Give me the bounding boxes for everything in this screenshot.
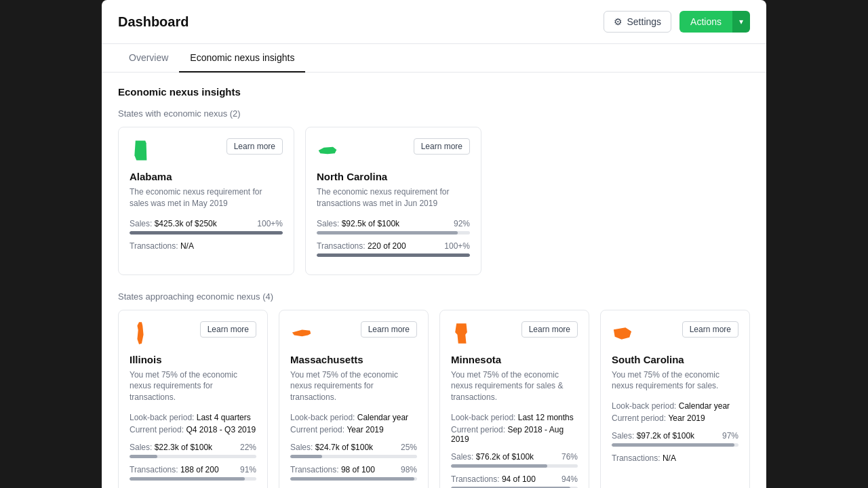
main-content: Economic nexus insights States with econ… bbox=[102, 73, 766, 488]
current-period-massachusetts: Current period: Year 2019 bbox=[290, 425, 417, 434]
header: Dashboard ⚙ Settings Actions ▾ bbox=[102, 0, 766, 44]
transactions-pct-massachusetts: 98% bbox=[401, 465, 417, 474]
transactions-label-minnesota: Transactions: 94 of 100 bbox=[451, 474, 536, 484]
sales-label-illinois: Sales: $22.3k of $100k bbox=[130, 443, 212, 452]
state-desc-sc: You met 75% of the economic nexus requir… bbox=[612, 369, 738, 392]
sales-pct-alabama: 100+% bbox=[257, 219, 283, 228]
card-header-minnesota: Learn more bbox=[451, 321, 578, 346]
current-period-illinois: Current period: Q4 2018 - Q3 2019 bbox=[130, 425, 256, 434]
approaching-states-row: Learn more Illinois You met 75% of the e… bbox=[118, 310, 750, 488]
sales-row-nc: Sales: $92.5k of $100k 92% bbox=[317, 219, 470, 228]
massachusetts-state-icon bbox=[290, 321, 312, 346]
transactions-label-alabama: Transactions: N/A bbox=[130, 241, 194, 251]
state-desc-nc: The economic nexus requirement for trans… bbox=[317, 186, 470, 209]
card-header-massachusetts: Learn more bbox=[290, 321, 417, 346]
chevron-down-icon: ▾ bbox=[739, 17, 743, 26]
transactions-pct-illinois: 91% bbox=[240, 465, 256, 474]
sales-progress-minnesota bbox=[451, 464, 578, 468]
tab-overview[interactable]: Overview bbox=[118, 44, 179, 73]
transactions-progress-massachusetts bbox=[290, 477, 417, 481]
card-header-nc: Learn more bbox=[317, 138, 470, 163]
nc-state-icon bbox=[317, 138, 338, 163]
lookback-massachusetts: Look-back period: Calendar year bbox=[290, 413, 417, 422]
sales-progress-nc bbox=[317, 231, 470, 235]
learn-more-illinois[interactable]: Learn more bbox=[200, 321, 256, 338]
learn-more-alabama[interactable]: Learn more bbox=[226, 138, 283, 155]
state-card-south-carolina: Learn more South Carolina You met 75% of… bbox=[600, 310, 750, 488]
sales-row-massachusetts: Sales: $24.7k of $100k 25% bbox=[290, 443, 417, 452]
card-header-sc: Learn more bbox=[612, 321, 738, 346]
approaching-states-label: States approaching economic nexus (4) bbox=[118, 291, 750, 302]
met-states-row: Learn more Alabama The economic nexus re… bbox=[118, 127, 750, 275]
sales-pct-minnesota: 76% bbox=[561, 452, 578, 462]
transactions-row-minnesota: Transactions: 94 of 100 94% bbox=[451, 474, 578, 484]
sc-state-icon bbox=[612, 321, 633, 346]
gear-icon: ⚙ bbox=[614, 16, 623, 27]
transactions-row-alabama: Transactions: N/A bbox=[130, 241, 283, 251]
sales-row-sc: Sales: $97.2k of $100k 97% bbox=[612, 431, 738, 441]
transactions-row-sc: Transactions: N/A bbox=[612, 453, 738, 463]
state-name-alabama: Alabama bbox=[130, 171, 283, 182]
section-title: Economic nexus insights bbox=[118, 86, 750, 98]
state-name-minnesota: Minnesota bbox=[451, 354, 578, 365]
settings-button[interactable]: ⚙ Settings bbox=[604, 11, 671, 33]
transactions-label-illinois: Transactions: 188 of 200 bbox=[130, 465, 219, 474]
transactions-label-sc: Transactions: N/A bbox=[612, 453, 676, 463]
alabama-state-icon bbox=[130, 138, 151, 163]
current-period-sc: Current period: Year 2019 bbox=[612, 413, 738, 423]
state-name-massachusetts: Massachusetts bbox=[290, 354, 417, 365]
state-name-nc: North Carolina bbox=[317, 171, 470, 182]
sales-label-nc: Sales: $92.5k of $100k bbox=[317, 219, 399, 228]
sales-label-alabama: Sales: $425.3k of $250k bbox=[130, 219, 217, 228]
state-desc-minnesota: You met 75% of the economic nexus requir… bbox=[451, 369, 578, 403]
sales-pct-illinois: 22% bbox=[240, 443, 256, 452]
transactions-progress-illinois bbox=[130, 477, 256, 481]
lookback-sc: Look-back period: Calendar year bbox=[612, 401, 738, 411]
transactions-row-illinois: Transactions: 188 of 200 91% bbox=[130, 465, 256, 474]
transactions-label-massachusetts: Transactions: 98 of 100 bbox=[290, 465, 375, 474]
lookback-illinois: Look-back period: Last 4 quarters bbox=[130, 413, 256, 422]
state-desc-illinois: You met 75% of the economic nexus requir… bbox=[130, 369, 256, 403]
sales-row-alabama: Sales: $425.3k of $250k 100+% bbox=[130, 219, 283, 228]
state-card-minnesota: Learn more Minnesota You met 75% of the … bbox=[439, 310, 589, 488]
tabs-bar: Overview Economic nexus insights bbox=[102, 44, 766, 73]
header-actions: ⚙ Settings Actions ▾ bbox=[604, 11, 750, 33]
tab-economic-nexus-insights[interactable]: Economic nexus insights bbox=[179, 44, 305, 73]
state-desc-massachusetts: You met 75% of the economic nexus requir… bbox=[290, 369, 417, 403]
learn-more-minnesota[interactable]: Learn more bbox=[521, 321, 578, 338]
sales-pct-nc: 92% bbox=[454, 219, 470, 228]
state-card-massachusetts: Learn more Massachusetts You met 75% of … bbox=[279, 310, 429, 488]
transactions-row-nc: Transactions: 220 of 200 100+% bbox=[317, 241, 470, 251]
transactions-pct-minnesota: 94% bbox=[561, 474, 578, 484]
transactions-progress-nc bbox=[317, 253, 470, 257]
sales-progress-alabama bbox=[130, 231, 283, 235]
transactions-pct-nc: 100+% bbox=[444, 241, 470, 251]
sales-label-massachusetts: Sales: $24.7k of $100k bbox=[290, 443, 373, 452]
actions-main-button[interactable]: Actions bbox=[679, 11, 732, 33]
state-card-illinois: Learn more Illinois You met 75% of the e… bbox=[118, 310, 268, 488]
learn-more-massachusetts[interactable]: Learn more bbox=[361, 321, 417, 338]
illinois-state-icon bbox=[130, 321, 151, 346]
actions-dropdown-button[interactable]: ▾ bbox=[732, 11, 750, 33]
card-header-alabama: Learn more bbox=[130, 138, 283, 163]
state-desc-alabama: The economic nexus requirement for sales… bbox=[130, 186, 283, 209]
sales-pct-sc: 97% bbox=[722, 431, 738, 441]
current-period-minnesota: Current period: Sep 2018 - Aug 2019 bbox=[451, 425, 578, 444]
sales-progress-sc bbox=[612, 443, 738, 447]
lookback-minnesota: Look-back period: Last 12 months bbox=[451, 413, 578, 422]
sales-pct-massachusetts: 25% bbox=[401, 443, 417, 452]
app-window: Dashboard ⚙ Settings Actions ▾ Overview … bbox=[102, 0, 766, 488]
transactions-row-massachusetts: Transactions: 98 of 100 98% bbox=[290, 465, 417, 474]
learn-more-nc[interactable]: Learn more bbox=[414, 138, 470, 155]
learn-more-sc[interactable]: Learn more bbox=[682, 321, 738, 338]
minnesota-state-icon bbox=[451, 321, 473, 346]
sales-row-minnesota: Sales: $76.2k of $100k 76% bbox=[451, 452, 578, 462]
state-name-sc: South Carolina bbox=[612, 354, 738, 365]
card-header-illinois: Learn more bbox=[130, 321, 256, 346]
sales-row-illinois: Sales: $22.3k of $100k 22% bbox=[130, 443, 256, 452]
page-title: Dashboard bbox=[118, 14, 189, 30]
met-states-label: States with economic nexus (2) bbox=[118, 108, 750, 119]
sales-label-sc: Sales: $97.2k of $100k bbox=[612, 431, 694, 441]
state-card-nc: Learn more North Carolina The economic n… bbox=[305, 127, 481, 275]
sales-label-minnesota: Sales: $76.2k of $100k bbox=[451, 452, 534, 462]
